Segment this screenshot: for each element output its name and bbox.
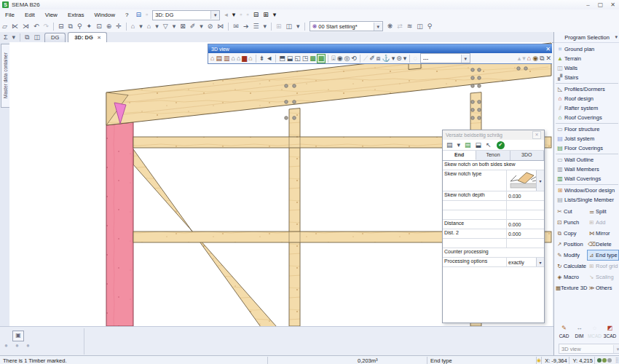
calculate-button[interactable]: ↻Calculate <box>555 261 587 272</box>
3d-view-toolbar-titlebar[interactable]: 3D view ✕ <box>208 44 552 53</box>
chevron-down-icon[interactable]: ▾ <box>615 34 618 40</box>
new-window-icon[interactable]: ⊞ <box>261 10 270 20</box>
dialog-field-value[interactable]: 0.000 <box>507 229 544 238</box>
close-toolbar-icon[interactable]: ✕ <box>545 54 552 63</box>
house-front-icon[interactable]: ⌂ <box>230 54 235 63</box>
catalog-alt-icon[interactable]: ⋊ <box>21 22 31 31</box>
mirror-button[interactable]: ⋈Mirror <box>587 228 619 239</box>
chevron-down-icon[interactable]: ▾ <box>521 54 527 63</box>
close-button[interactable]: ✕ <box>607 1 619 9</box>
measure-icon[interactable]: ⋈ <box>216 22 225 31</box>
sidebar-item-joist-system[interactable]: ▤Joist system <box>556 134 618 143</box>
menu-window[interactable]: Window <box>90 10 120 20</box>
dialog-field-value[interactable]: exactly▾ <box>507 258 544 266</box>
preset-green-icon[interactable]: ▤ <box>463 141 473 150</box>
shaded-view-icon[interactable]: ▩ <box>317 54 326 63</box>
maximize-button[interactable]: ▢ <box>594 1 607 9</box>
chevron-down-icon[interactable]: ▾ <box>231 10 237 20</box>
render-icon[interactable]: ⊠ <box>178 22 187 31</box>
sidebar-item-wall-coverings[interactable]: ▥Wall Coverings <box>556 174 618 183</box>
view-mode-combo[interactable]: 3D view ▾ <box>559 344 619 354</box>
layers-icon[interactable]: ≋ <box>406 22 414 31</box>
redo-icon[interactable]: ↷ <box>42 22 50 31</box>
3cad-mode-button[interactable]: ◩3CAD <box>602 325 618 341</box>
view-selector[interactable]: 3D: DG▾ <box>152 10 220 20</box>
dialog-tab-3do[interactable]: 3DO <box>510 151 544 160</box>
ok-check-icon[interactable]: ✔ <box>497 141 505 149</box>
sidebar-item-wall-outline[interactable]: ▭Wall Outline <box>556 155 618 165</box>
sidebar-item-floor-coverings[interactable]: ▤Floor Coverings <box>556 143 618 153</box>
profile-view-icon[interactable]: ▽ <box>162 22 170 31</box>
pan-icon[interactable]: ✛ <box>114 22 123 31</box>
close-icon[interactable]: ✕ <box>532 131 541 139</box>
prev-view-icon[interactable]: ◂ <box>223 10 229 20</box>
sidebar-item-profiles-dormers[interactable]: ◺Profiles/Dormers <box>556 84 618 94</box>
sidebar-item-ground-plan[interactable]: ⌗Ground plan <box>556 44 618 54</box>
dialog-value-text[interactable]: 0.000 <box>508 222 521 227</box>
chevron-down-icon[interactable]: ▾ <box>198 22 205 31</box>
modify-button[interactable]: ✎Modify <box>555 250 587 261</box>
columns-icon[interactable]: ◫ <box>285 22 294 31</box>
marking-icon[interactable]: ☰ <box>251 22 260 31</box>
position-button[interactable]: ↗Position <box>555 239 587 250</box>
dialog-tab-tenon[interactable]: Tenon <box>476 151 510 160</box>
chevron-down-icon[interactable]: ▾ <box>138 22 144 31</box>
cut-button[interactable]: ✂Cut <box>555 206 587 217</box>
section-icon[interactable]: ⍗ <box>331 54 336 63</box>
selected-post-timber[interactable] <box>106 122 133 326</box>
sidebar-item-lists-single-member[interactable]: ▤Lists/Single Member <box>556 195 618 205</box>
chevron-down-icon[interactable]: ▾ <box>403 54 408 63</box>
dialog-field-value[interactable]: ▾ <box>507 170 544 191</box>
sidebar-item-floor-structure[interactable]: ▭Floor structure <box>556 124 618 134</box>
iso-ne-icon[interactable]: ⬒ <box>278 54 286 63</box>
start-setting-selector[interactable]: ❋00 Start setting*▾ <box>310 21 383 31</box>
frame-icon[interactable]: ⊡ <box>95 22 103 31</box>
level-icon[interactable]: ⊜ <box>395 54 403 63</box>
close-icon[interactable]: ✕ <box>545 46 551 52</box>
undo-icon[interactable]: ↶ <box>32 22 41 31</box>
filter-icon[interactable]: ◌ <box>412 54 417 63</box>
mcad-mode-button[interactable]: ◌MCAD <box>587 325 602 341</box>
dialog-value-text[interactable]: exactly <box>508 260 524 265</box>
iso-nw-icon[interactable]: ⬓ <box>286 54 294 63</box>
dialog-value-text[interactable]: 0.000 <box>508 232 521 237</box>
menu-help[interactable]: ? <box>120 10 133 20</box>
box-3d-icon[interactable]: ⧈ <box>376 54 382 63</box>
tab-dg[interactable]: DG <box>44 33 66 42</box>
back-icon[interactable]: ▫ <box>238 10 243 20</box>
apply-pointer-icon[interactable]: ↖ <box>484 141 493 150</box>
tab-3d-dg[interactable]: 3D: DG× <box>68 32 107 42</box>
window-list-icon[interactable]: ⊟ <box>134 10 143 20</box>
dim-mode-button[interactable]: ↔DIM <box>572 325 587 341</box>
chevron-down-icon[interactable]: ▾ <box>262 22 269 31</box>
favorites-icon[interactable]: ❋ <box>386 22 395 31</box>
sidebar-item-roof-design[interactable]: ⌂Roof design <box>556 94 618 103</box>
pin-view-icon[interactable]: ▫ <box>144 10 149 20</box>
storey-view-icon[interactable]: ⌂ <box>146 22 152 31</box>
roof-top-view-icon[interactable]: ▤ <box>215 54 223 63</box>
menu-file[interactable]: File <box>0 10 20 20</box>
print-icon[interactable]: ⊟ <box>57 22 66 31</box>
preset-list-icon[interactable]: ▤ <box>445 141 454 150</box>
menu-edit[interactable]: Edit <box>20 10 40 20</box>
viewport-layout-button[interactable]: ▣ <box>12 331 24 341</box>
macro-button[interactable]: ◈Macro <box>555 272 587 282</box>
pencil-icon[interactable]: ✐ <box>189 22 197 31</box>
chevron-down-icon[interactable]: ▾ <box>210 11 219 19</box>
sidebar-item-rafter-system[interactable]: ⫽Rafter system <box>556 103 618 113</box>
walk-mode-icon[interactable]: ⇟ <box>259 54 266 63</box>
sync-icon[interactable]: ⇄ <box>395 22 404 31</box>
sidebar-item-window-door-design[interactable]: ⊞Window/Door design <box>556 186 618 195</box>
close-tab-icon[interactable]: × <box>98 34 101 41</box>
save-icon[interactable]: ⬓ <box>474 141 484 150</box>
tile-icon[interactable]: ⧉ <box>539 54 545 63</box>
end-type-button[interactable]: ⊿End type <box>587 250 619 261</box>
chevron-down-icon[interactable]: ▾ <box>461 55 470 63</box>
dialog-titlebar[interactable]: Versatz beidseitig schräg ✕ <box>443 130 544 140</box>
open-project-icon[interactable]: ▱ <box>1 22 9 31</box>
viewport-3d[interactable]: 3D view ✕ ⌂▤▥⌂⌂▆⌂⇟◄⬒⬓◱◳▩▩⍗◉◎⟲⟋✐⧈⚓▾⊜▾◌---… <box>9 42 552 326</box>
chevron-down-icon[interactable]: ▾ <box>536 170 544 191</box>
dialog-value-text[interactable]: 0.030 <box>508 194 521 199</box>
sidebar-item-roof-coverings[interactable]: ⌂Roof Coverings <box>556 113 618 122</box>
catalog-icon[interactable]: ⋉ <box>10 22 20 31</box>
